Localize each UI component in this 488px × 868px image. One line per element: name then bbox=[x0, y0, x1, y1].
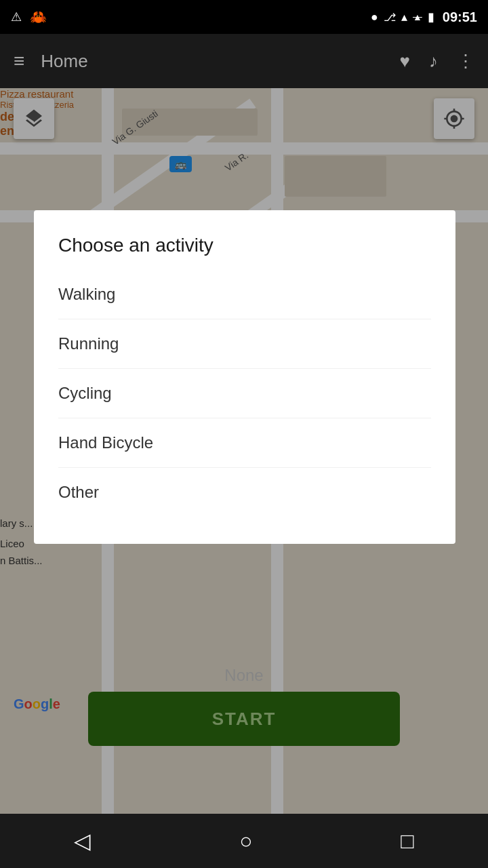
status-bar-left: ⚠ 🦀 bbox=[11, 9, 47, 25]
menu-icon[interactable]: ≡ bbox=[14, 50, 24, 72]
status-bar: ⚠ 🦀 ● ⎇ ▴ ▲ ▮ 09:51 bbox=[0, 0, 488, 34]
activity-option-cycling[interactable]: Cycling bbox=[58, 369, 431, 418]
home-button[interactable]: ○ bbox=[239, 829, 252, 854]
bluetooth-icon: ⎇ bbox=[384, 11, 396, 24]
activity-option-other[interactable]: Other bbox=[58, 468, 431, 517]
heart-icon[interactable]: ♥ bbox=[400, 51, 410, 72]
app-bar-title: Home bbox=[41, 51, 399, 72]
dialog-title: Choose an activity bbox=[58, 235, 431, 256]
activity-dialog: Choose an activity Walking Running Cycli… bbox=[34, 210, 455, 544]
signal-icon: ▲ bbox=[413, 12, 422, 22]
more-options-icon[interactable]: ⋮ bbox=[457, 51, 474, 72]
activity-option-running[interactable]: Running bbox=[58, 319, 431, 369]
warning-icon: ⚠ bbox=[11, 9, 22, 24]
activity-option-walking[interactable]: Walking bbox=[58, 270, 431, 319]
battery-icon: ▮ bbox=[428, 9, 434, 24]
status-time: 09:51 bbox=[443, 9, 477, 25]
back-button[interactable]: ◁ bbox=[74, 828, 91, 854]
navigation-bar: ◁ ○ □ bbox=[0, 814, 488, 868]
activity-option-hand-bicycle[interactable]: Hand Bicycle bbox=[58, 418, 431, 468]
location-icon: ● bbox=[371, 10, 378, 24]
wifi-icon: ▴ bbox=[401, 9, 407, 24]
status-bar-right: ● ⎇ ▴ ▲ ▮ 09:51 bbox=[371, 9, 477, 25]
recents-button[interactable]: □ bbox=[401, 829, 413, 854]
app-bar-actions: ♥ ♪ ⋮ bbox=[400, 51, 474, 72]
app-bar: ≡ Home ♥ ♪ ⋮ bbox=[0, 34, 488, 88]
android-icon: 🦀 bbox=[30, 9, 47, 25]
music-icon[interactable]: ♪ bbox=[429, 51, 438, 72]
